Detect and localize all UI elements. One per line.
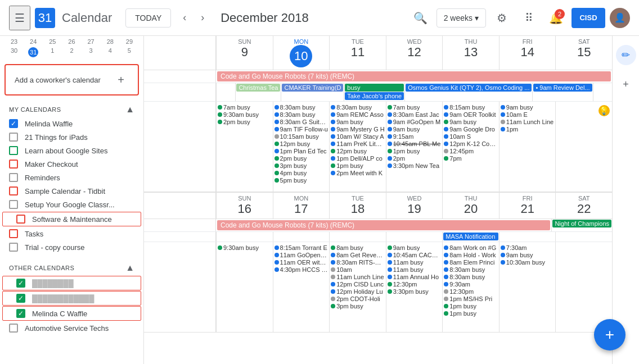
event[interactable]: 11am busy — [388, 259, 442, 266]
event[interactable]: 7am busy — [388, 104, 442, 111]
my-calendars-collapse[interactable]: ▲ — [125, 104, 134, 115]
calendar-item[interactable]: Automotive Service Techs — [0, 321, 143, 335]
event[interactable]: 12:30pm — [444, 288, 498, 295]
event[interactable]: 3:30pm New Tea — [388, 162, 442, 169]
event[interactable]: 1pm MS/HS Pri — [444, 295, 498, 302]
calendar-item[interactable]: ✓ Melinda C Waffle — [2, 306, 141, 321]
hamburger-menu[interactable]: ☰ — [9, 6, 30, 30]
next-arrow[interactable]: › — [194, 9, 212, 27]
calendar-item[interactable]: Software & Maintenance — [2, 212, 141, 226]
event[interactable]: 8am Hold - Work — [444, 252, 498, 258]
event[interactable]: 10:30am busy — [501, 259, 555, 266]
settings-button[interactable]: ⚙ — [490, 7, 513, 29]
event[interactable]: 3:30pm busy — [388, 288, 442, 295]
event[interactable]: 2pm busy — [218, 119, 272, 125]
event[interactable]: 8am Get Reverse — [331, 252, 385, 258]
review-dell-banner[interactable]: • 9am Review Del... — [533, 84, 592, 92]
event[interactable]: 10am S — [444, 133, 498, 140]
event[interactable]: 8:30am East Jac — [388, 111, 442, 118]
event[interactable]: 3pm busy — [274, 162, 328, 169]
calendar-item[interactable]: ✓ ████████████ — [2, 291, 141, 306]
masa-notification-banner[interactable]: MASA Notification — [443, 233, 498, 240]
event[interactable]: 7am busy — [218, 104, 272, 111]
event[interactable]: 3pm busy — [331, 303, 385, 310]
event[interactable]: 2pm busy — [274, 155, 328, 162]
calendar-item[interactable]: 21 Things for iPads — [0, 130, 143, 144]
event[interactable]: 9:30am busy — [218, 244, 272, 251]
notifications-button[interactable]: 🔔 2 — [544, 7, 567, 29]
event[interactable]: 9am Google Dro — [444, 126, 498, 133]
event[interactable]: 12:45pm — [444, 148, 498, 154]
right-edit-icon[interactable]: ✏ — [616, 45, 636, 65]
event[interactable]: 8:30am RITS-Adv — [331, 259, 385, 266]
event[interactable]: 8:30am busy — [274, 104, 328, 111]
event[interactable]: 1pm busy — [444, 303, 498, 310]
event[interactable]: 11am OER with S — [274, 259, 328, 266]
event[interactable]: 9am busy — [501, 252, 555, 258]
event[interactable]: 10am — [331, 266, 385, 273]
event[interactable]: 7pm — [444, 155, 498, 162]
add-coworker-plus[interactable]: + — [113, 72, 129, 88]
event[interactable]: 8:30am busy — [274, 111, 328, 118]
cisd-logo[interactable]: CISD — [572, 8, 605, 28]
event[interactable]: 8:30am G Suite T — [274, 119, 328, 125]
event[interactable]: 9:15am — [388, 133, 442, 140]
night-champions-banner[interactable]: Night of Champions — [552, 220, 611, 228]
event[interactable]: 10:15am busy — [274, 133, 328, 140]
other-calendars-collapse[interactable]: ▲ — [125, 263, 134, 273]
search-button[interactable]: 🔍 — [410, 7, 432, 29]
event[interactable]: 8am busy — [331, 244, 385, 251]
event[interactable]: 9am busy — [444, 119, 498, 125]
calendar-item[interactable]: Trial - copy course — [0, 240, 143, 254]
event[interactable]: 9am TIF Follow-u — [274, 126, 328, 133]
apps-button[interactable]: ⠿ — [518, 7, 540, 29]
event[interactable]: 1pm Plan Ed Tec — [274, 148, 328, 154]
event[interactable]: 7:30am — [501, 244, 555, 251]
event[interactable]: 2pm Meet with K — [331, 170, 385, 176]
event[interactable]: 10am E — [501, 111, 555, 118]
event[interactable]: 9am busy — [331, 119, 385, 125]
event[interactable]: 9am OER Toolkit — [444, 111, 498, 118]
osmos-banner[interactable]: Osmos Genius Kit (QTY 2), Osmo Coding ..… — [406, 84, 532, 92]
event[interactable]: 9:30am busy — [218, 111, 272, 118]
event[interactable]: 5pm busy — [274, 177, 328, 184]
view-selector[interactable]: 2 weeks ▾ — [436, 8, 486, 28]
calendar-item[interactable]: Setup Your Google Classr... — [0, 198, 143, 211]
event[interactable]: 9am busy — [388, 126, 442, 133]
event[interactable]: 10am W/ Stacy A — [331, 133, 385, 140]
event[interactable]: 1pm busy — [331, 162, 385, 169]
event[interactable]: 8:30am busy — [444, 274, 498, 280]
event[interactable]: 2pm — [388, 155, 442, 162]
event[interactable]: 8:30am busy — [331, 104, 385, 111]
event[interactable]: 12pm Holiday Lu — [331, 288, 385, 295]
event[interactable]: 8am Work on #G — [444, 244, 498, 251]
calendar-item[interactable]: ✓ Melinda Waffle — [0, 117, 143, 130]
event[interactable]: 8:15am Torrant E — [274, 244, 328, 251]
calendar-item[interactable]: Learn about Google Sites — [0, 144, 143, 157]
event[interactable]: 12pm CISD Lunc — [331, 281, 385, 288]
event[interactable]: 9am Mystery G H — [331, 126, 385, 133]
calendar-item[interactable]: Maker Checkout — [0, 157, 143, 171]
event[interactable]: 12pm busy — [274, 140, 328, 147]
take-jacobs-phone[interactable]: Take Jacob's phone — [345, 92, 404, 100]
event[interactable]: 10:45am PBL Me — [388, 140, 442, 147]
event[interactable]: 4:30pm HCCS Sc — [274, 266, 328, 273]
fab-add-button[interactable]: + — [594, 319, 626, 351]
event[interactable]: 9am #GoOpen M — [388, 119, 442, 125]
event[interactable]: 11am GoOpen To — [274, 252, 328, 258]
event[interactable]: 11am PreK Litera — [331, 140, 385, 147]
event[interactable]: 10:45am CACC C — [388, 252, 442, 258]
event[interactable]: 4pm busy — [274, 170, 328, 176]
right-add-icon[interactable]: + — [616, 74, 636, 94]
event[interactable]: 2pm CDOT-Holi — [331, 295, 385, 302]
event[interactable]: 1pm — [501, 126, 555, 133]
today-button[interactable]: TODAY — [125, 8, 171, 28]
event[interactable]: 11am Lunch Line — [331, 274, 385, 280]
user-avatar[interactable]: 👤 — [610, 8, 630, 28]
event[interactable]: 11am busy — [388, 266, 442, 273]
event[interactable]: 12pm K-12 Comp — [444, 140, 498, 147]
cmaker-banner[interactable]: CMAKER Training(D — [282, 84, 343, 92]
christmas-tea-banner[interactable]: Christmas Tea — [236, 84, 280, 92]
event[interactable]: 11am Annual Ho — [388, 274, 442, 280]
event[interactable]: 1pm busy — [444, 310, 498, 317]
